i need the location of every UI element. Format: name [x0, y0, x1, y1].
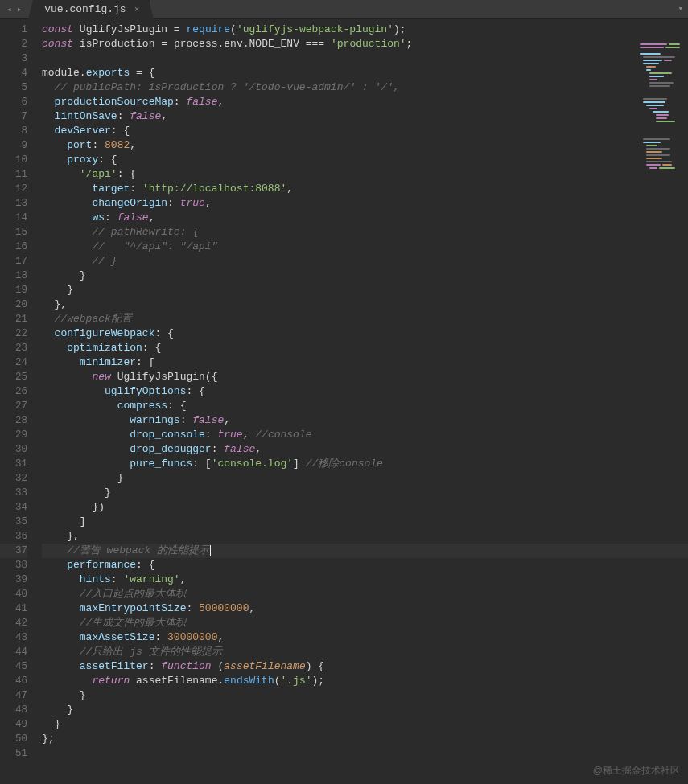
- nav-arrows: ◂ ▸: [0, 4, 28, 14]
- nav-back-icon[interactable]: ◂: [5, 4, 14, 14]
- titlebar: ◂ ▸ vue.config.js × ▾: [0, 0, 688, 19]
- line-gutter: 1234567891011121314151617181920212223242…: [0, 19, 35, 784]
- tab-menu-caret-icon[interactable]: ▾: [678, 3, 683, 14]
- tab-label: vue.config.js: [44, 3, 126, 15]
- close-icon[interactable]: ×: [133, 5, 142, 14]
- nav-forward-icon[interactable]: ▸: [15, 4, 24, 14]
- code-area[interactable]: const UglifyJsPlugin = require('uglifyjs…: [35, 19, 688, 784]
- watermark: @稀土掘金技术社区: [593, 764, 680, 778]
- file-tab[interactable]: vue.config.js ×: [33, 0, 150, 19]
- editor: 1234567891011121314151617181920212223242…: [0, 19, 688, 784]
